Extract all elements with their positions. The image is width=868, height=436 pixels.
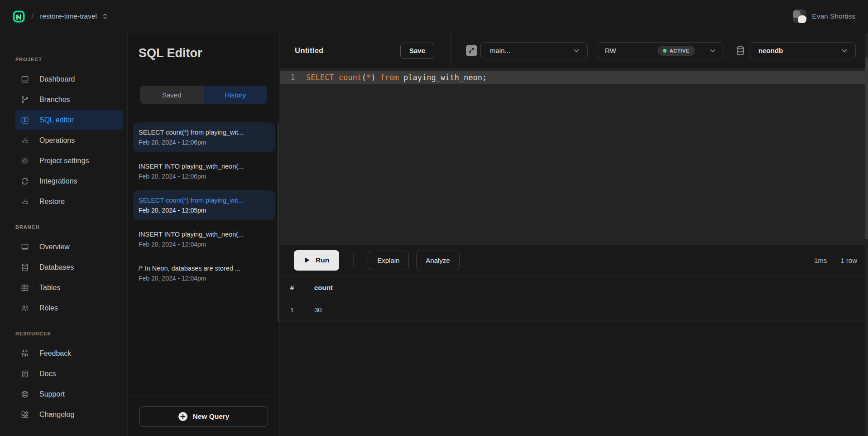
tab-history[interactable]: History: [204, 86, 268, 104]
breadcrumb: / restore-time-travel: [13, 10, 109, 23]
branches-icon: [20, 95, 29, 104]
column-header-count: count: [304, 276, 868, 299]
history-timestamp: Feb 20, 2024 - 12:04pm: [139, 239, 269, 249]
sidebar-item-dashboard[interactable]: Dashboard: [15, 69, 123, 89]
query-panel-footer: New Query: [128, 397, 279, 436]
history-item[interactable]: INSERT INTO playing_with_neon(... Feb 20…: [133, 224, 275, 254]
sql-code-editor[interactable]: 1 SELECT count(*) from playing_with_neon…: [280, 68, 868, 245]
sidebar-item-label: Feedback: [39, 349, 71, 358]
sidebar-item-restore[interactable]: Restore: [15, 191, 123, 212]
history-query: INSERT INTO playing_with_neon(...: [139, 229, 269, 239]
roles-icon: [20, 304, 29, 313]
page-scrollbar[interactable]: [865, 33, 868, 436]
query-panel: SQL Editor Saved History SELECT count(*)…: [127, 33, 280, 436]
results-table: # count 1 30: [280, 276, 868, 320]
page-scrollbar-thumb[interactable]: [865, 58, 868, 239]
breadcrumb-separator: /: [31, 11, 34, 21]
query-actions-bar: Run Explain Analyze 1ms 1 row: [280, 245, 868, 276]
settings-icon: [20, 156, 29, 165]
history-list: SELECT count(*) from playing_wit... Feb …: [128, 122, 279, 397]
chevron-down-icon: [572, 47, 580, 55]
actions-divider: [353, 253, 354, 267]
user-menu[interactable]: Evan Shortiss: [793, 10, 855, 23]
sidebar-item-docs[interactable]: Docs: [15, 363, 123, 384]
results-header-row: # count: [280, 276, 868, 299]
page-title: SQL Editor: [139, 46, 202, 60]
query-panel-header: SQL Editor: [128, 33, 279, 73]
database-select-value: neondb: [758, 47, 783, 54]
new-query-label: New Query: [193, 412, 230, 421]
neon-logo-icon[interactable]: [13, 10, 25, 23]
sidebar-item-label: Support: [39, 390, 65, 398]
history-item[interactable]: SELECT count(*) from playing_wit... Feb …: [133, 190, 275, 220]
row-value-cell: 30: [304, 299, 868, 320]
dashboard-icon: [20, 75, 29, 84]
chevron-up-down-icon: [101, 13, 109, 20]
project-switcher[interactable]: restore-time-travel: [40, 12, 109, 20]
sidebar-item-overview[interactable]: Overview: [15, 237, 123, 257]
database-select[interactable]: neondb: [749, 42, 856, 59]
sidebar-item-integrations[interactable]: Integrations: [15, 171, 123, 191]
run-button[interactable]: Run: [294, 250, 339, 271]
history-item[interactable]: /* In Neon, databases are stored ... Feb…: [133, 258, 275, 288]
history-item[interactable]: INSERT INTO playing_with_neon(... Feb 20…: [133, 156, 275, 186]
main-area: Untitled Save main... RW ACTIVE: [280, 33, 868, 436]
explain-button[interactable]: Explain: [368, 251, 409, 270]
tab-saved[interactable]: Saved: [140, 86, 204, 104]
query-title: Untitled: [295, 46, 323, 55]
sidebar-item-label: Project settings: [39, 157, 89, 165]
code-line[interactable]: 1 SELECT count(*) from playing_with_neon…: [280, 71, 868, 84]
sql-editor-icon: [20, 116, 29, 125]
sidebar-item-label: Docs: [39, 370, 56, 378]
sidebar-item-support[interactable]: Support: [15, 384, 123, 404]
editor-toolbar: Untitled Save main... RW ACTIVE: [280, 33, 868, 68]
compute-select[interactable]: RW ACTIVE: [597, 42, 724, 59]
history-timestamp: Feb 20, 2024 - 12:05pm: [139, 205, 269, 215]
query-title-group: Untitled Save: [280, 33, 450, 68]
sidebar-item-branches[interactable]: Branches: [15, 89, 123, 110]
sidebar-item-label: Operations: [39, 136, 75, 145]
query-row-count: 1 row: [840, 257, 857, 264]
new-query-button[interactable]: New Query: [139, 406, 268, 427]
sidebar-item-label: Overview: [39, 243, 70, 251]
chevron-down-icon: [709, 47, 717, 55]
sidebar-section-resources: RESOURCES Feedback Docs Support Changelo…: [15, 331, 127, 425]
analyze-button[interactable]: Analyze: [416, 251, 459, 270]
play-icon: [304, 257, 310, 263]
row-index-cell: 1: [280, 299, 304, 320]
sidebar-item-feedback[interactable]: Feedback: [15, 343, 123, 363]
save-button[interactable]: Save: [400, 43, 434, 59]
branch-select[interactable]: main...: [480, 42, 588, 59]
sidebar-item-roles[interactable]: Roles: [15, 298, 123, 318]
sidebar-item-changelog[interactable]: Changelog: [15, 404, 123, 425]
code-text: SELECT count(*) from playing_with_neon;: [306, 73, 487, 82]
sidebar-item-databases[interactable]: Databases: [15, 257, 123, 277]
history-query: SELECT count(*) from playing_wit...: [139, 195, 269, 205]
section-label: PROJECT: [15, 57, 127, 66]
branch-select-value: main...: [490, 47, 510, 54]
history-scrollbar[interactable]: [278, 122, 279, 322]
compute-status-label: ACTIVE: [670, 48, 690, 53]
sidebar-item-sql-editor[interactable]: SQL editor: [15, 110, 123, 130]
sidebar-item-tables[interactable]: Tables: [15, 277, 123, 298]
sidebar-item-operations[interactable]: Operations: [15, 130, 123, 150]
sidebar-item-project-settings[interactable]: Project settings: [15, 150, 123, 171]
sidebar-item-label: Branches: [39, 96, 70, 104]
user-avatar[interactable]: [793, 10, 806, 23]
integrations-icon: [20, 177, 29, 186]
database-icon: [735, 45, 746, 56]
connection-selectors: main... RW ACTIVE neondb: [451, 33, 868, 68]
sidebar-item-label: Roles: [39, 304, 58, 312]
history-query: INSERT INTO playing_with_neon(...: [139, 161, 269, 171]
sidebar-item-label: Restore: [39, 198, 65, 206]
neon-console: / restore-time-travel Evan Shortiss PROJ…: [0, 0, 868, 436]
project-name: restore-time-travel: [40, 12, 97, 20]
sidebar-item-label: Tables: [39, 284, 60, 292]
sidebar-item-label: Integrations: [39, 177, 77, 185]
compute-select-value: RW: [605, 47, 616, 54]
history-item[interactable]: SELECT count(*) from playing_wit... Feb …: [133, 122, 275, 152]
docs-icon: [20, 369, 29, 378]
status-dot: [663, 49, 667, 53]
history-timestamp: Feb 20, 2024 - 12:06pm: [139, 137, 269, 147]
sidebar-section-branch: BRANCH Overview Databases Tables Roles: [15, 224, 127, 318]
